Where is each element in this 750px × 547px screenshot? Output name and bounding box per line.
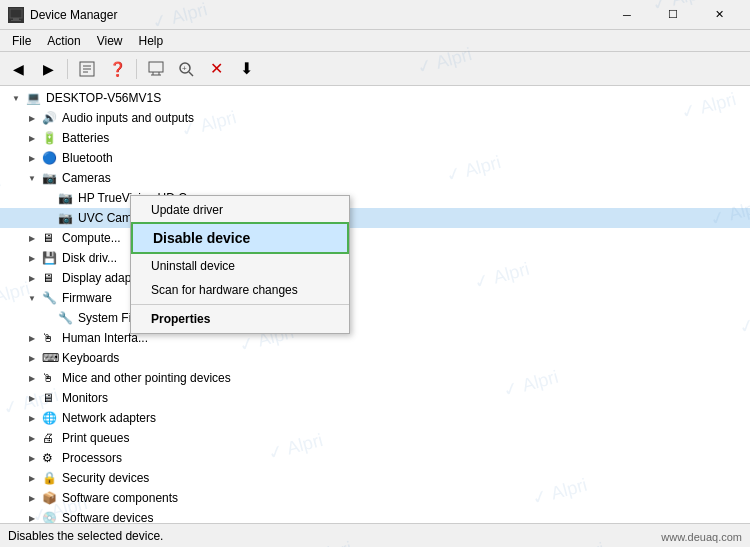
menu-file[interactable]: File xyxy=(4,32,39,50)
tree-item[interactable]: ▼🔧Firmware xyxy=(0,288,750,308)
main-content: ▼💻DESKTOP-V56MV1S▶🔊Audio inputs and outp… xyxy=(0,86,750,523)
tree-item[interactable]: ▶⌨Keyboards xyxy=(0,348,750,368)
tree-item[interactable]: ▶🔒Security devices xyxy=(0,468,750,488)
tree-item[interactable]: ▶🖱Human Interfa... xyxy=(0,328,750,348)
close-button[interactable]: ✕ xyxy=(696,0,742,30)
status-bar: Disables the selected device. xyxy=(0,523,750,547)
tree-item-icon: 🌐 xyxy=(42,411,58,425)
tree-item-icon: 🔧 xyxy=(58,311,74,325)
maximize-button[interactable]: ☐ xyxy=(650,0,696,30)
toolbar-update[interactable]: ⬇ xyxy=(232,56,260,82)
tree-item-icon: 🖥 xyxy=(42,231,58,245)
context-menu-separator xyxy=(131,304,349,305)
tree-item-label: Monitors xyxy=(62,391,108,405)
tree-item[interactable]: ▶🌐Network adapters xyxy=(0,408,750,428)
expand-btn[interactable]: ▶ xyxy=(24,334,40,343)
tree-item[interactable]: 📷UVC Camera xyxy=(0,208,750,228)
expand-btn[interactable]: ▶ xyxy=(24,414,40,423)
tree-item[interactable]: ▶⚙Processors xyxy=(0,448,750,468)
tree-item-icon: 📷 xyxy=(58,211,74,225)
tree-item-icon: 📷 xyxy=(42,171,58,185)
toolbar-properties[interactable] xyxy=(73,56,101,82)
device-tree[interactable]: ▼💻DESKTOP-V56MV1S▶🔊Audio inputs and outp… xyxy=(0,86,750,523)
tree-item-icon: 💿 xyxy=(42,511,58,523)
tree-item-icon: 🔋 xyxy=(42,131,58,145)
tree-item-label: Cameras xyxy=(62,171,111,185)
expand-btn[interactable]: ▶ xyxy=(24,474,40,483)
toolbar-back[interactable]: ◀ xyxy=(4,56,32,82)
expand-btn[interactable]: ▶ xyxy=(24,374,40,383)
expand-btn[interactable]: ▼ xyxy=(24,174,40,183)
expand-btn[interactable]: ▶ xyxy=(24,274,40,283)
tree-item[interactable]: 🔧System Firm... xyxy=(0,308,750,328)
tree-item[interactable]: ▶🖨Print queues xyxy=(0,428,750,448)
tree-item[interactable]: ▶🖥Display adap... xyxy=(0,268,750,288)
svg-rect-0 xyxy=(10,9,22,18)
context-menu-item[interactable]: Disable device xyxy=(131,222,349,254)
menu-action[interactable]: Action xyxy=(39,32,88,50)
tree-item-label: Compute... xyxy=(62,231,121,245)
tree-item-label: Processors xyxy=(62,451,122,465)
tree-item-label: Print queues xyxy=(62,431,129,445)
context-menu-item[interactable]: Update driver xyxy=(131,198,349,222)
expand-btn[interactable]: ▶ xyxy=(24,114,40,123)
toolbar-help[interactable]: ❓ xyxy=(103,56,131,82)
tree-item-icon: 💻 xyxy=(26,91,42,105)
toolbar-remove[interactable]: ✕ xyxy=(202,56,230,82)
tree-item[interactable]: 📷HP TrueVision HD Camera xyxy=(0,188,750,208)
tree-item-icon: 🖥 xyxy=(42,271,58,285)
svg-rect-7 xyxy=(149,62,163,72)
menu-help[interactable]: Help xyxy=(131,32,172,50)
context-menu-item[interactable]: Properties xyxy=(131,307,349,331)
expand-btn[interactable]: ▼ xyxy=(24,294,40,303)
expand-btn[interactable]: ▶ xyxy=(24,234,40,243)
toolbar-monitor[interactable] xyxy=(142,56,170,82)
tree-item-label: Software devices xyxy=(62,511,153,523)
tree-item[interactable]: ▼📷Cameras xyxy=(0,168,750,188)
toolbar-scan[interactable]: + xyxy=(172,56,200,82)
expand-btn[interactable]: ▶ xyxy=(24,514,40,523)
tree-item-icon: 🖱 xyxy=(42,371,58,385)
tree-item-icon: ⚙ xyxy=(42,451,58,465)
tree-item[interactable]: ▶🖥Compute... xyxy=(0,228,750,248)
tree-item[interactable]: ▼💻DESKTOP-V56MV1S xyxy=(0,88,750,108)
tree-item-icon: 🔵 xyxy=(42,151,58,165)
context-menu-item[interactable]: Uninstall device xyxy=(131,254,349,278)
tree-item-label: Firmware xyxy=(62,291,112,305)
tree-item-icon: 📷 xyxy=(58,191,74,205)
expand-btn[interactable]: ▶ xyxy=(24,134,40,143)
menu-view[interactable]: View xyxy=(89,32,131,50)
expand-btn[interactable]: ▶ xyxy=(24,494,40,503)
expand-btn[interactable]: ▼ xyxy=(8,94,24,103)
svg-line-12 xyxy=(189,72,193,76)
minimize-button[interactable]: ─ xyxy=(604,0,650,30)
expand-btn[interactable]: ▶ xyxy=(24,394,40,403)
tree-item[interactable]: ▶🔵Bluetooth xyxy=(0,148,750,168)
tree-item-icon: 🖨 xyxy=(42,431,58,445)
tree-item[interactable]: ▶🖥Monitors xyxy=(0,388,750,408)
tree-item-icon: 🖱 xyxy=(42,331,58,345)
toolbar-forward[interactable]: ▶ xyxy=(34,56,62,82)
tree-item[interactable]: ▶💾Disk driv... xyxy=(0,248,750,268)
tree-item-label: Bluetooth xyxy=(62,151,113,165)
tree-item-icon: 💾 xyxy=(42,251,58,265)
expand-btn[interactable]: ▶ xyxy=(24,254,40,263)
tree-item[interactable]: ▶📦Software components xyxy=(0,488,750,508)
tree-item[interactable]: ▶🖱Mice and other pointing devices xyxy=(0,368,750,388)
tree-item[interactable]: ▶🔊Audio inputs and outputs xyxy=(0,108,750,128)
window-title: Device Manager xyxy=(30,8,604,22)
toolbar-separator-2 xyxy=(136,59,137,79)
expand-btn[interactable]: ▶ xyxy=(24,434,40,443)
expand-btn[interactable]: ▶ xyxy=(24,154,40,163)
tree-item[interactable]: ▶🔋Batteries xyxy=(0,128,750,148)
context-menu-item[interactable]: Scan for hardware changes xyxy=(131,278,349,302)
expand-btn[interactable]: ▶ xyxy=(24,354,40,363)
toolbar-separator-1 xyxy=(67,59,68,79)
app-icon xyxy=(8,7,24,23)
window-controls: ─ ☐ ✕ xyxy=(604,0,742,30)
tree-item-label: Disk driv... xyxy=(62,251,117,265)
toolbar: ◀ ▶ ❓ + ✕ ⬇ xyxy=(0,52,750,86)
expand-btn[interactable]: ▶ xyxy=(24,454,40,463)
tree-item[interactable]: ▶💿Software devices xyxy=(0,508,750,523)
tree-item-icon: 🔒 xyxy=(42,471,58,485)
